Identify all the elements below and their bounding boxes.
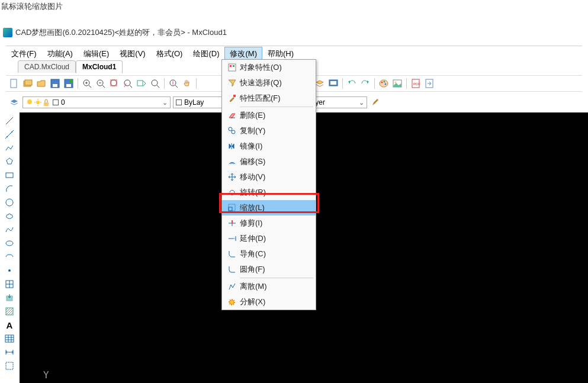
zoom-out-icon[interactable] (95, 78, 107, 89)
menu-bar: 文件(F) 功能(A) 编辑(E) 视图(V) 格式(O) 绘图(D) 修改(M… (6, 46, 582, 60)
svg-rect-2 (25, 80, 32, 85)
table-tool-icon[interactable] (4, 333, 15, 345)
menu-help[interactable]: 帮助(H) (262, 47, 299, 61)
menu-extend[interactable]: 延伸(D) (222, 231, 316, 246)
layers-stack-icon[interactable] (8, 96, 20, 108)
menu-mirror[interactable]: 镜像(I) (222, 139, 316, 154)
menu-object-properties[interactable]: 对象特性(O) (222, 60, 316, 75)
menu-label: 移动(V) (240, 172, 265, 182)
region-tool-icon[interactable] (4, 360, 15, 372)
revcloud-tool-icon[interactable] (4, 210, 15, 222)
zoom-realtime-icon[interactable] (168, 78, 179, 89)
screen-icon[interactable] (327, 78, 339, 89)
xline-tool-icon[interactable] (4, 128, 15, 140)
menu-explode[interactable]: 分解(X) (222, 294, 316, 310)
menu-match-properties[interactable]: 特性匹配(F) (222, 91, 316, 106)
svg-point-7 (69, 79, 73, 83)
export-icon[interactable] (423, 78, 435, 89)
svg-point-10 (111, 80, 117, 86)
arc-tool-icon[interactable] (4, 183, 15, 195)
palette-icon[interactable] (378, 78, 390, 89)
menu-disperse[interactable]: 离散(M) (222, 279, 316, 294)
tab-inactive[interactable]: CAD.MxCloud (18, 60, 76, 73)
svg-rect-40 (6, 362, 13, 369)
svg-rect-6 (66, 84, 71, 87)
svg-point-20 (384, 81, 385, 83)
spline-tool-icon[interactable] (4, 224, 15, 236)
svg-rect-13 (137, 81, 143, 86)
menu-move[interactable]: 移动(V) (222, 169, 316, 185)
menu-format[interactable]: 格式(O) (151, 47, 188, 61)
point-tool-icon[interactable] (4, 265, 15, 276)
chamfer-icon (224, 249, 240, 259)
menu-edit[interactable]: 编辑(E) (78, 47, 114, 61)
zoom-in-icon[interactable] (81, 78, 93, 89)
menu-trim[interactable]: 修剪(I) (222, 215, 316, 231)
menu-scale[interactable]: 缩放(L) (222, 200, 316, 215)
menu-rotate[interactable]: 旋转(R) (222, 185, 316, 200)
line-tool-icon[interactable] (4, 115, 15, 127)
block-tool-icon[interactable] (4, 278, 15, 290)
zoom-all-icon[interactable] (149, 78, 161, 89)
menu-offset[interactable]: 偏移(S) (222, 154, 316, 169)
circle-tool-icon[interactable] (4, 197, 15, 208)
menu-copy[interactable]: 复制(Y) (222, 123, 316, 139)
svg-rect-32 (6, 173, 13, 178)
zoom-window-icon[interactable] (136, 78, 147, 89)
menu-delete[interactable]: 删除(E) (222, 108, 316, 123)
text-tool-icon[interactable]: A (4, 319, 15, 331)
mirror-icon (224, 141, 240, 151)
svg-rect-39 (5, 335, 14, 342)
menu-fillet[interactable]: 圆角(F) (222, 262, 316, 277)
svg-rect-17 (330, 81, 336, 85)
svg-point-34 (6, 241, 13, 246)
polyline-tool-icon[interactable] (4, 142, 15, 154)
ellipse-tool-icon[interactable] (4, 237, 15, 249)
brush-icon[interactable] (369, 96, 381, 108)
layer-value: 0 (61, 98, 65, 107)
undo-icon[interactable] (346, 78, 358, 89)
menu-label: 偏移(S) (240, 156, 265, 167)
pdf-icon[interactable]: PDF (410, 78, 422, 89)
menu-label: 延伸(D) (240, 233, 266, 244)
title-bar: CAD梦想画图(6.0.20210425)<姓赵的呀，非会员> - MxClou… (0, 25, 588, 40)
polygon-tool-icon[interactable] (4, 156, 15, 168)
save-icon[interactable] (49, 78, 61, 89)
rectangle-tool-icon[interactable] (4, 169, 15, 181)
menu-label: 快速选择(Q) (240, 78, 282, 88)
image-icon[interactable] (391, 78, 403, 89)
menu-draw[interactable]: 绘图(D) (188, 47, 224, 61)
dim-linear-icon[interactable] (4, 346, 15, 358)
open-folder-icon[interactable] (36, 78, 47, 89)
svg-rect-44 (233, 95, 236, 97)
svg-point-18 (380, 80, 388, 87)
menu-quick-select[interactable]: 快速选择(Q) (222, 75, 316, 91)
folder-multi-icon[interactable] (22, 78, 34, 89)
svg-point-28 (36, 101, 40, 104)
menu-label: 镜像(I) (240, 141, 262, 152)
disperse-icon (224, 282, 240, 291)
menu-chamfer[interactable]: 导角(C) (222, 246, 316, 262)
svg-rect-43 (233, 65, 234, 67)
menu-modify[interactable]: 修改(M) (224, 47, 262, 61)
svg-rect-4 (53, 84, 57, 87)
svg-rect-0 (11, 79, 17, 88)
menu-label: 分解(X) (240, 297, 265, 307)
zoom-select-icon[interactable] (122, 78, 134, 89)
ucs-y-label: Y (43, 369, 49, 381)
tab-active[interactable]: MxCloud1 (76, 60, 123, 73)
menu-view[interactable]: 视图(V) (114, 47, 150, 61)
svg-point-45 (229, 127, 232, 131)
ellipse-arc-tool-icon[interactable] (4, 251, 15, 263)
layer-combo[interactable]: 0 (23, 96, 171, 108)
svg-point-14 (152, 80, 158, 86)
new-file-icon[interactable] (8, 78, 20, 89)
insert-tool-icon[interactable] (4, 292, 15, 304)
pan-icon[interactable] (181, 78, 193, 89)
zoom-extents-icon[interactable] (108, 78, 120, 89)
menu-function[interactable]: 功能(A) (42, 47, 78, 61)
hatch-tool-icon[interactable] (4, 305, 15, 317)
redo-icon[interactable] (359, 78, 371, 89)
menu-file[interactable]: 文件(F) (6, 47, 42, 61)
save-as-icon[interactable] (63, 78, 75, 89)
